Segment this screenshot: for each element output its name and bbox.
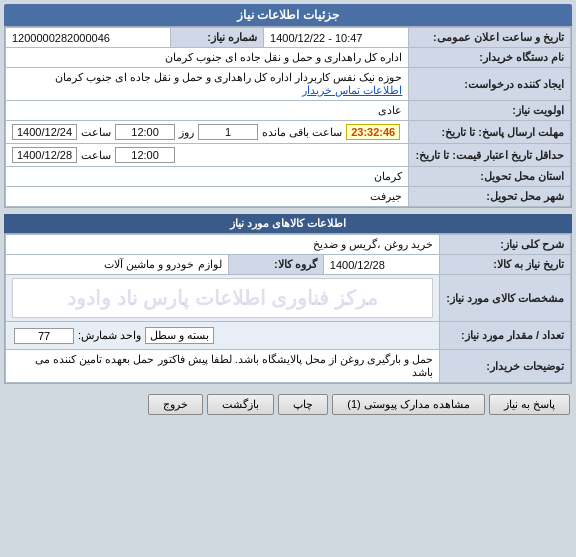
send-time-label: ساعت <box>81 126 111 139</box>
goods-group-label: گروه کالا: <box>228 255 323 275</box>
table-row: توضیحات خریدار: حمل و بارگیری روغن از مح… <box>6 350 571 383</box>
request-creation-label: ایجاد کننده درخواست: <box>409 68 571 101</box>
request-number-label: شماره نیاز: <box>170 28 263 48</box>
exit-button[interactable]: خروج <box>148 394 203 415</box>
view-postal-button[interactable]: مشاهده مدارک پیوستی (1) <box>332 394 485 415</box>
valid-time-label: ساعت <box>81 149 111 162</box>
goods-detail-area: مرکز فناوری اطلاعات پارس ناد وادود <box>6 275 440 322</box>
info-table: تاریخ و ساعت اعلان عمومی: 1400/12/22 - 1… <box>5 27 571 207</box>
table-row: مشخصات کالای مورد نیاز: مرکز فناوری اطلا… <box>6 275 571 322</box>
return-button[interactable]: بازگشت <box>207 394 274 415</box>
send-date-value: 1400/12/24 <box>12 124 77 140</box>
respond-button[interactable]: پاسخ به نیاز <box>489 394 570 415</box>
remaining-value: 23:32:46 <box>346 124 400 140</box>
goods-title: اطلاعات کالاهای مورد نیاز <box>230 217 346 229</box>
send-date-row: 23:32:46 ساعت باقی مانده 1 روز 12:00 ساع… <box>6 121 409 144</box>
general-type-value: خرید روغن ،گریس و ضدیخ <box>6 235 440 255</box>
day-label: روز <box>179 126 194 139</box>
goods-order-date-label: تاریخ نیاز به کالا: <box>440 255 571 275</box>
request-number-value: 1200000282000046 <box>6 28 171 48</box>
request-number-text: 1200000282000046 <box>12 32 110 44</box>
goods-order-date-text: 1400/12/28 <box>330 259 385 271</box>
contact-link[interactable]: اطلاعات تماس خریدار <box>302 84 402 96</box>
table-row: شهر محل تحویل: جیرفت <box>6 187 571 207</box>
goods-section-header: اطلاعات کالاهای مورد نیاز <box>4 214 572 233</box>
goods-group-value: لوازم خودرو و ماشین آلات <box>6 255 229 275</box>
table-row: تاریخ و ساعت اعلان عمومی: 1400/12/22 - 1… <box>6 28 571 48</box>
priority-value: عادی <box>6 101 409 121</box>
date-time-text: 1400/12/22 - 10:47 <box>270 32 362 44</box>
count-value: 77 <box>14 328 74 344</box>
send-date-label: مهلت ارسال پاسخ: تا تاریخ: <box>409 121 571 144</box>
date-time-value: 1400/12/22 - 10:47 <box>264 28 409 48</box>
main-container: جزئیات اطلاعات نیاز تاریخ و ساعت اعلان ع… <box>0 0 576 423</box>
print-button[interactable]: چاپ <box>278 394 328 415</box>
valid-date-row: 12:00 ساعت 1400/12/28 <box>6 144 409 167</box>
unit-value: بسته و سطل <box>145 327 214 344</box>
city-label: شهر محل تحویل: <box>409 187 571 207</box>
remaining-label: ساعت باقی مانده <box>262 126 342 139</box>
count-row: بسته و سطل واحد شمارش: 77 <box>6 322 440 350</box>
header-title: جزئیات اطلاعات نیاز <box>237 8 339 22</box>
date-time-label: تاریخ و ساعت اعلان عمومی: <box>409 28 571 48</box>
info-box: تاریخ و ساعت اعلان عمومی: 1400/12/22 - 1… <box>4 26 572 208</box>
desc-value: حمل و بارگیری روغن از محل پالایشگاه باشد… <box>6 350 440 383</box>
goods-detail-label: مشخصات کالای مورد نیاز: <box>440 275 571 322</box>
valid-date-label: حداقل تاریخ اعتبار قیمت: تا تاریخ: <box>409 144 571 167</box>
desc-label: توضیحات خریدار: <box>440 350 571 383</box>
table-row: نام دستگاه خریدار: اداره کل راهداری و حم… <box>6 48 571 68</box>
province-value: کرمان <box>6 167 409 187</box>
goods-box: شرح کلی نیاز: خرید روغن ،گریس و ضدیخ تار… <box>4 233 572 384</box>
request-creation-value: حوزه نیک نفس کاربردار اداره کل راهداری و… <box>6 68 409 101</box>
general-type-label: شرح کلی نیاز: <box>440 235 571 255</box>
table-row: تاریخ نیاز به کالا: 1400/12/28 گروه کالا… <box>6 255 571 275</box>
valid-time-value: 12:00 <box>115 147 175 163</box>
watermark-text: مرکز فناوری اطلاعات پارس ناد وادود <box>13 286 432 310</box>
priority-label: اولویت نیاز: <box>409 101 571 121</box>
day-value: 1 <box>198 124 258 140</box>
goods-table: شرح کلی نیاز: خرید روغن ،گریس و ضدیخ تار… <box>5 234 571 383</box>
watermark-container: مرکز فناوری اطلاعات پارس ناد وادود <box>12 278 433 318</box>
request-creation-text: حوزه نیک نفس کاربردار اداره کل راهداری و… <box>55 71 403 83</box>
buyer-label: نام دستگاه خریدار: <box>409 48 571 68</box>
count-label: تعداد / مقدار مورد نیاز: <box>440 322 571 350</box>
table-row: اولویت نیاز: عادی <box>6 101 571 121</box>
table-row: حداقل تاریخ اعتبار قیمت: تا تاریخ: 12:00… <box>6 144 571 167</box>
table-row: ایجاد کننده درخواست: حوزه نیک نفس کاربرد… <box>6 68 571 101</box>
table-row: شرح کلی نیاز: خرید روغن ،گریس و ضدیخ <box>6 235 571 255</box>
buyer-value: اداره کل راهداری و حمل و نقل جاده ای جنو… <box>6 48 409 68</box>
province-label: استان محل تحویل: <box>409 167 571 187</box>
city-value: جیرفت <box>6 187 409 207</box>
table-row: استان محل تحویل: کرمان <box>6 167 571 187</box>
goods-order-date-value: 1400/12/28 <box>323 255 439 275</box>
footer-buttons: پاسخ به نیاز مشاهده مدارک پیوستی (1) چاپ… <box>4 390 572 419</box>
section-header: جزئیات اطلاعات نیاز <box>4 4 572 26</box>
valid-date-value: 1400/12/28 <box>12 147 77 163</box>
unit-label: واحد شمارش: <box>78 329 141 342</box>
table-row: مهلت ارسال پاسخ: تا تاریخ: 23:32:46 ساعت… <box>6 121 571 144</box>
send-time-value: 12:00 <box>115 124 175 140</box>
table-row: تعداد / مقدار مورد نیاز: بسته و سطل واحد… <box>6 322 571 350</box>
